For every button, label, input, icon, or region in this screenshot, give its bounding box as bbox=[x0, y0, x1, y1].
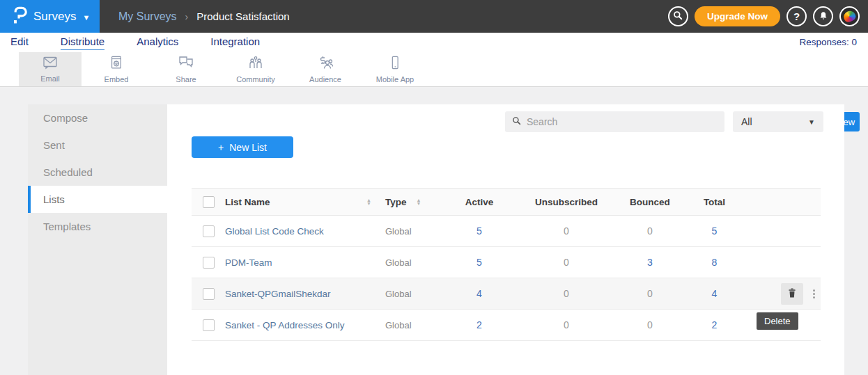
bounced-count[interactable]: 0 bbox=[647, 319, 653, 330]
lists-panel: All ▼ + New List List Name ▲▼ Type ▲▼ Ac… bbox=[167, 104, 844, 375]
filter-value: All bbox=[741, 116, 752, 127]
total-count[interactable]: 2 bbox=[712, 319, 718, 330]
avatar-logo bbox=[842, 9, 858, 24]
channel-community[interactable]: Community bbox=[221, 52, 290, 86]
responses-count[interactable]: Responses: 0 bbox=[799, 37, 857, 47]
table-row: Sanket - QP Addresses Only Global 2 0 0 … bbox=[192, 310, 821, 341]
trash-icon bbox=[787, 287, 797, 301]
channel-audience[interactable]: Audience bbox=[290, 52, 360, 86]
embed-icon bbox=[109, 55, 124, 73]
row-checkbox[interactable] bbox=[203, 257, 215, 269]
sidebar-item-compose[interactable]: Compose bbox=[28, 104, 167, 131]
column-total: Total bbox=[685, 197, 744, 207]
upgrade-now-button[interactable]: Upgrade Now bbox=[695, 6, 780, 26]
help-button[interactable]: ? bbox=[786, 6, 807, 26]
total-count[interactable]: 5 bbox=[712, 225, 718, 237]
tab-edit[interactable]: Edit bbox=[10, 35, 29, 50]
sidebar-item-scheduled[interactable]: Scheduled bbox=[28, 159, 167, 186]
list-name-link[interactable]: Sanket-QPGmailShekdar bbox=[225, 289, 331, 299]
total-count[interactable]: 8 bbox=[712, 257, 718, 268]
breadcrumb: My Surveys › Product Satisfaction bbox=[118, 0, 290, 33]
email-icon bbox=[42, 56, 59, 72]
bounced-count[interactable]: 0 bbox=[647, 288, 653, 299]
unsubscribed-count[interactable]: 0 bbox=[564, 319, 569, 330]
list-name-link[interactable]: Sanket - QP Addresses Only bbox=[225, 320, 345, 330]
channel-share[interactable]: Share bbox=[151, 52, 221, 86]
user-avatar[interactable] bbox=[839, 6, 860, 26]
questionpro-logo-icon bbox=[11, 6, 27, 28]
chevron-down-icon: ▼ bbox=[808, 118, 815, 126]
table-row: PDM-Team Global 5 0 3 8 bbox=[192, 247, 821, 278]
channel-embed[interactable]: Embed bbox=[82, 52, 151, 86]
column-active: Active bbox=[441, 197, 518, 207]
total-count[interactable]: 4 bbox=[712, 288, 718, 299]
channel-tabs: Email Embed Share Community Audience bbox=[19, 52, 430, 86]
row-checkbox[interactable] bbox=[203, 319, 215, 331]
tab-analytics[interactable]: Analytics bbox=[137, 35, 178, 50]
top-bar: Surveys ▼ My Surveys › Product Satisfact… bbox=[0, 0, 868, 33]
unsubscribed-count[interactable]: 0 bbox=[564, 288, 569, 299]
notifications-button[interactable] bbox=[813, 6, 833, 26]
survey-nav: Edit Distribute Analytics Integration Re… bbox=[0, 33, 868, 52]
search-icon bbox=[673, 10, 683, 22]
list-name-link[interactable]: Global List Code Check bbox=[225, 226, 324, 237]
brand-menu[interactable]: Surveys ▼ bbox=[0, 0, 100, 33]
delete-list-button[interactable] bbox=[781, 283, 803, 305]
active-count[interactable]: 4 bbox=[476, 288, 482, 299]
plus-icon: + bbox=[218, 142, 224, 153]
column-bounced: Bounced bbox=[615, 197, 685, 207]
list-search bbox=[505, 111, 724, 132]
audience-icon bbox=[317, 55, 334, 73]
delete-tooltip: Delete bbox=[757, 312, 798, 330]
new-list-button[interactable]: + New List bbox=[192, 136, 293, 158]
row-checkbox[interactable] bbox=[203, 225, 215, 237]
active-count[interactable]: 5 bbox=[476, 257, 482, 268]
channel-embed-label: Embed bbox=[104, 75, 129, 83]
active-count[interactable]: 2 bbox=[476, 319, 482, 330]
channel-share-label: Share bbox=[176, 75, 196, 83]
unsubscribed-count[interactable]: 0 bbox=[564, 225, 569, 237]
channel-mobile-app[interactable]: Mobile App bbox=[360, 52, 430, 86]
filter-dropdown[interactable]: All ▼ bbox=[733, 111, 823, 132]
tab-integration[interactable]: Integration bbox=[210, 35, 260, 50]
sort-type-icon[interactable]: ▲▼ bbox=[417, 198, 421, 205]
unsubscribed-count[interactable]: 0 bbox=[564, 257, 569, 268]
breadcrumb-separator: › bbox=[185, 11, 189, 22]
breadcrumb-my-surveys[interactable]: My Surveys bbox=[118, 10, 177, 23]
sidebar-item-lists[interactable]: Lists bbox=[28, 186, 167, 213]
mobile-app-icon bbox=[387, 55, 403, 73]
row-checkbox[interactable] bbox=[203, 288, 215, 300]
tab-distribute[interactable]: Distribute bbox=[61, 35, 104, 50]
search-button[interactable] bbox=[668, 6, 688, 26]
sort-list-name-icon[interactable]: ▲▼ bbox=[366, 198, 371, 205]
column-type: Type bbox=[385, 197, 407, 207]
column-list-name: List Name bbox=[225, 197, 270, 207]
table-header-row: List Name ▲▼ Type ▲▼ Active Unsubscribed… bbox=[192, 188, 821, 216]
sidebar-item-templates[interactable]: Templates bbox=[28, 213, 167, 240]
community-icon bbox=[247, 55, 264, 73]
sidebar-item-sent[interactable]: Sent bbox=[28, 131, 167, 159]
list-type: Global bbox=[385, 226, 412, 237]
channel-audience-label: Audience bbox=[309, 75, 341, 83]
page-title: Product Satisfaction bbox=[196, 10, 289, 22]
channel-mobile-app-label: Mobile App bbox=[376, 75, 414, 83]
new-list-label: New List bbox=[229, 142, 267, 153]
row-menu-button[interactable] bbox=[813, 289, 815, 298]
list-type: Global bbox=[385, 320, 412, 330]
chevron-down-icon: ▼ bbox=[82, 13, 90, 22]
brand-menu-label: Surveys bbox=[33, 10, 76, 24]
bounced-count[interactable]: 3 bbox=[647, 257, 653, 268]
active-count[interactable]: 5 bbox=[476, 225, 482, 237]
list-name-link[interactable]: PDM-Team bbox=[225, 257, 272, 268]
table-row: Sanket-QPGmailShekdar Global 4 0 0 4 bbox=[192, 278, 821, 310]
search-icon bbox=[512, 115, 521, 128]
search-input[interactable] bbox=[527, 116, 718, 127]
bounced-count[interactable]: 0 bbox=[647, 225, 653, 237]
select-all-checkbox[interactable] bbox=[203, 196, 215, 208]
lists-table: List Name ▲▼ Type ▲▼ Active Unsubscribed… bbox=[192, 188, 821, 341]
topbar-actions: Upgrade Now ? bbox=[668, 0, 860, 33]
channel-email-label: Email bbox=[40, 74, 60, 83]
list-type: Global bbox=[385, 257, 412, 268]
channel-email[interactable]: Email bbox=[19, 52, 82, 86]
share-icon bbox=[178, 55, 194, 73]
